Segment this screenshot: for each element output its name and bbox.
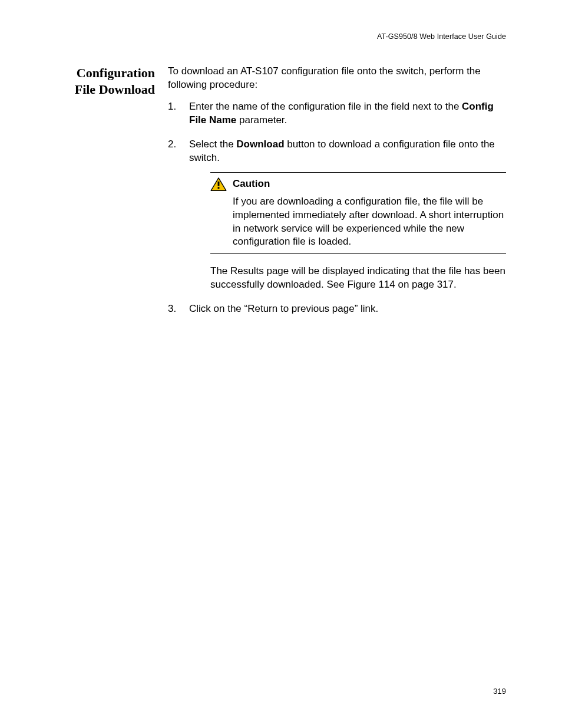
step-1: Enter the name of the configuration file… <box>168 100 506 127</box>
step-2-text-a: Select the <box>189 139 236 150</box>
caution-title: Caution <box>233 177 270 191</box>
procedure-list: Enter the name of the configuration file… <box>168 100 506 316</box>
step-2: Select the Download button to download a… <box>168 138 506 292</box>
result-paragraph: The Results page will be displayed indic… <box>210 265 506 292</box>
body-column: To download an AT-S107 configuration fil… <box>168 65 506 327</box>
section-heading-line2: File Download <box>75 82 155 97</box>
step-2-bold: Download <box>236 139 284 150</box>
running-head: AT-GS950/8 Web Interface User Guide <box>377 32 506 41</box>
svg-rect-2 <box>218 187 220 189</box>
caution-body: If you are downloading a configuration f… <box>210 195 506 249</box>
step-3: Click on the “Return to previous page” l… <box>168 302 506 316</box>
step-3-text: Click on the “Return to previous page” l… <box>189 303 378 314</box>
section-heading: Configuration File Download <box>56 65 168 97</box>
step-1-text-a: Enter the name of the configuration file… <box>189 101 462 112</box>
svg-rect-1 <box>218 181 220 186</box>
content-row: Configuration File Download To download … <box>56 65 506 327</box>
caution-header: Caution <box>210 177 506 192</box>
intro-paragraph: To download an AT-S107 configuration fil… <box>168 65 506 92</box>
step-1-text-c: parameter. <box>236 114 287 126</box>
section-heading-line1: Configuration <box>77 65 155 80</box>
page-number: 319 <box>493 687 506 696</box>
caution-block: Caution If you are downloading a configu… <box>210 172 506 255</box>
caution-icon <box>210 177 227 192</box>
document-page: AT-GS950/8 Web Interface User Guide Conf… <box>0 0 562 728</box>
